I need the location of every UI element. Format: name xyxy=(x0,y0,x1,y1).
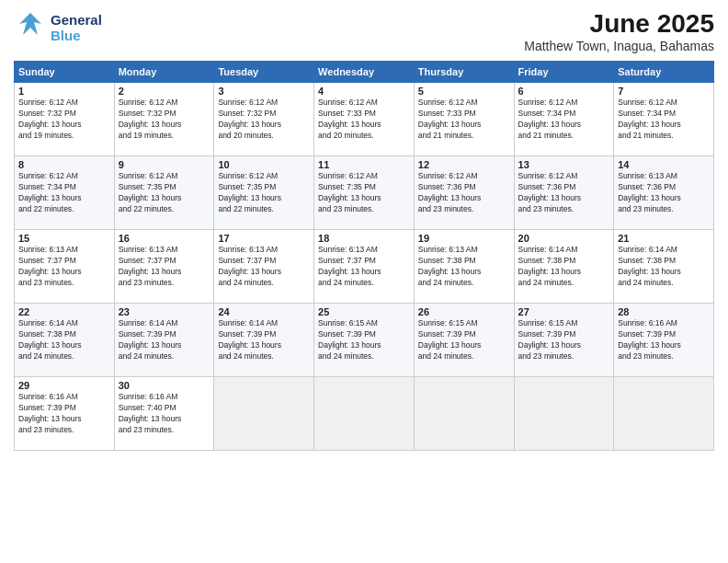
day-number: 24 xyxy=(218,306,310,317)
day-info: Sunrise: 6:16 AM Sunset: 7:39 PM Dayligh… xyxy=(618,318,710,362)
day-number: 18 xyxy=(318,233,410,244)
day-info: Sunrise: 6:13 AM Sunset: 7:38 PM Dayligh… xyxy=(418,245,510,289)
day-info: Sunrise: 6:12 AM Sunset: 7:34 PM Dayligh… xyxy=(18,171,110,215)
day-info: Sunrise: 6:12 AM Sunset: 7:32 PM Dayligh… xyxy=(119,98,210,142)
day-number: 2 xyxy=(119,86,210,97)
day-info: Sunrise: 6:12 AM Sunset: 7:32 PM Dayligh… xyxy=(18,98,110,142)
calendar-cell: 6Sunrise: 6:12 AM Sunset: 7:34 PM Daylig… xyxy=(514,83,614,156)
day-number: 11 xyxy=(318,159,410,170)
title-section: June 2025 Matthew Town, Inagua, Bahamas xyxy=(524,9,714,53)
day-info: Sunrise: 6:12 AM Sunset: 7:32 PM Dayligh… xyxy=(218,98,310,142)
calendar-week-1: 8Sunrise: 6:12 AM Sunset: 7:34 PM Daylig… xyxy=(15,156,714,230)
calendar-cell: 25Sunrise: 6:15 AM Sunset: 7:39 PM Dayli… xyxy=(314,304,415,377)
calendar-cell: 19Sunrise: 6:13 AM Sunset: 7:38 PM Dayli… xyxy=(414,230,514,304)
day-header-saturday: Saturday xyxy=(614,62,714,83)
page: General Blue June 2025 Matthew Town, Ina… xyxy=(0,0,728,563)
day-info: Sunrise: 6:14 AM Sunset: 7:38 PM Dayligh… xyxy=(18,318,110,362)
day-info: Sunrise: 6:15 AM Sunset: 7:39 PM Dayligh… xyxy=(518,318,610,362)
calendar-cell: 18Sunrise: 6:13 AM Sunset: 7:37 PM Dayli… xyxy=(314,230,415,304)
calendar-cell: 24Sunrise: 6:14 AM Sunset: 7:39 PM Dayli… xyxy=(214,304,314,377)
svg-marker-0 xyxy=(19,13,41,35)
calendar-cell: 17Sunrise: 6:13 AM Sunset: 7:37 PM Dayli… xyxy=(214,230,314,304)
day-info: Sunrise: 6:15 AM Sunset: 7:39 PM Dayligh… xyxy=(318,318,410,362)
day-number: 27 xyxy=(518,306,610,317)
calendar-title: June 2025 xyxy=(524,9,714,39)
day-number: 29 xyxy=(18,380,110,391)
calendar-cell: 27Sunrise: 6:15 AM Sunset: 7:39 PM Dayli… xyxy=(514,304,614,377)
day-header-friday: Friday xyxy=(514,62,614,83)
logo-line2: Blue xyxy=(51,28,81,43)
day-number: 22 xyxy=(18,306,110,317)
day-number: 26 xyxy=(418,306,510,317)
calendar-cell: 14Sunrise: 6:13 AM Sunset: 7:36 PM Dayli… xyxy=(614,156,714,230)
calendar-week-3: 22Sunrise: 6:14 AM Sunset: 7:38 PM Dayli… xyxy=(15,304,714,377)
day-header-tuesday: Tuesday xyxy=(214,62,314,83)
day-header-monday: Monday xyxy=(114,62,214,83)
day-info: Sunrise: 6:15 AM Sunset: 7:39 PM Dayligh… xyxy=(418,318,510,362)
calendar-cell: 28Sunrise: 6:16 AM Sunset: 7:39 PM Dayli… xyxy=(614,304,714,377)
day-number: 9 xyxy=(119,159,210,170)
day-info: Sunrise: 6:14 AM Sunset: 7:39 PM Dayligh… xyxy=(119,318,210,362)
header: General Blue June 2025 Matthew Town, Ina… xyxy=(14,9,714,53)
calendar-cell: 16Sunrise: 6:13 AM Sunset: 7:37 PM Dayli… xyxy=(114,230,214,304)
calendar-cell: 7Sunrise: 6:12 AM Sunset: 7:34 PM Daylig… xyxy=(614,83,714,156)
calendar-cell: 29Sunrise: 6:16 AM Sunset: 7:39 PM Dayli… xyxy=(15,377,115,451)
calendar-week-0: 1Sunrise: 6:12 AM Sunset: 7:32 PM Daylig… xyxy=(15,83,714,156)
day-number: 19 xyxy=(418,233,510,244)
calendar-subtitle: Matthew Town, Inagua, Bahamas xyxy=(524,39,714,53)
calendar-cell: 22Sunrise: 6:14 AM Sunset: 7:38 PM Dayli… xyxy=(15,304,115,377)
day-number: 16 xyxy=(119,233,210,244)
calendar-cell: 8Sunrise: 6:12 AM Sunset: 7:34 PM Daylig… xyxy=(15,156,115,230)
day-number: 10 xyxy=(218,159,310,170)
calendar-cell: 9Sunrise: 6:12 AM Sunset: 7:35 PM Daylig… xyxy=(114,156,214,230)
day-number: 14 xyxy=(618,159,710,170)
calendar-cell xyxy=(614,377,714,451)
calendar-cell: 1Sunrise: 6:12 AM Sunset: 7:32 PM Daylig… xyxy=(15,83,115,156)
day-info: Sunrise: 6:14 AM Sunset: 7:38 PM Dayligh… xyxy=(518,245,610,289)
calendar-cell: 4Sunrise: 6:12 AM Sunset: 7:33 PM Daylig… xyxy=(314,83,415,156)
day-number: 15 xyxy=(18,233,110,244)
day-info: Sunrise: 6:12 AM Sunset: 7:35 PM Dayligh… xyxy=(119,171,210,215)
day-header-wednesday: Wednesday xyxy=(314,62,415,83)
day-number: 3 xyxy=(218,86,310,97)
calendar-cell: 12Sunrise: 6:12 AM Sunset: 7:36 PM Dayli… xyxy=(414,156,514,230)
day-number: 12 xyxy=(418,159,510,170)
day-info: Sunrise: 6:16 AM Sunset: 7:39 PM Dayligh… xyxy=(18,392,110,436)
day-info: Sunrise: 6:13 AM Sunset: 7:37 PM Dayligh… xyxy=(119,245,210,289)
day-number: 30 xyxy=(119,380,210,391)
day-info: Sunrise: 6:12 AM Sunset: 7:36 PM Dayligh… xyxy=(418,171,510,215)
day-info: Sunrise: 6:14 AM Sunset: 7:39 PM Dayligh… xyxy=(218,318,310,362)
calendar-cell xyxy=(214,377,314,451)
calendar-header-row: SundayMondayTuesdayWednesdayThursdayFrid… xyxy=(15,62,714,83)
calendar-cell: 15Sunrise: 6:13 AM Sunset: 7:37 PM Dayli… xyxy=(15,230,115,304)
calendar-cell: 20Sunrise: 6:14 AM Sunset: 7:38 PM Dayli… xyxy=(514,230,614,304)
logo: General Blue xyxy=(14,9,102,46)
day-header-sunday: Sunday xyxy=(15,62,115,83)
day-number: 1 xyxy=(18,86,110,97)
day-number: 28 xyxy=(618,306,710,317)
calendar-cell: 23Sunrise: 6:14 AM Sunset: 7:39 PM Dayli… xyxy=(114,304,214,377)
day-number: 25 xyxy=(318,306,410,317)
day-number: 20 xyxy=(518,233,610,244)
day-info: Sunrise: 6:14 AM Sunset: 7:38 PM Dayligh… xyxy=(618,245,710,289)
calendar-table: SundayMondayTuesdayWednesdayThursdayFrid… xyxy=(14,61,714,451)
day-number: 17 xyxy=(218,233,310,244)
calendar-cell xyxy=(414,377,514,451)
calendar-week-2: 15Sunrise: 6:13 AM Sunset: 7:37 PM Dayli… xyxy=(15,230,714,304)
day-number: 8 xyxy=(18,159,110,170)
calendar-cell: 10Sunrise: 6:12 AM Sunset: 7:35 PM Dayli… xyxy=(214,156,314,230)
day-header-thursday: Thursday xyxy=(414,62,514,83)
calendar-cell: 3Sunrise: 6:12 AM Sunset: 7:32 PM Daylig… xyxy=(214,83,314,156)
calendar-cell xyxy=(514,377,614,451)
logo-line1: General xyxy=(51,12,102,28)
day-info: Sunrise: 6:13 AM Sunset: 7:37 PM Dayligh… xyxy=(318,245,410,289)
day-info: Sunrise: 6:12 AM Sunset: 7:33 PM Dayligh… xyxy=(418,98,510,142)
day-number: 4 xyxy=(318,86,410,97)
calendar-cell xyxy=(314,377,415,451)
day-number: 23 xyxy=(119,306,210,317)
calendar-cell: 11Sunrise: 6:12 AM Sunset: 7:35 PM Dayli… xyxy=(314,156,415,230)
logo-text-block: General Blue xyxy=(51,12,102,43)
logo-icon xyxy=(14,9,47,42)
day-info: Sunrise: 6:12 AM Sunset: 7:33 PM Dayligh… xyxy=(318,98,410,142)
day-info: Sunrise: 6:12 AM Sunset: 7:36 PM Dayligh… xyxy=(518,171,610,215)
